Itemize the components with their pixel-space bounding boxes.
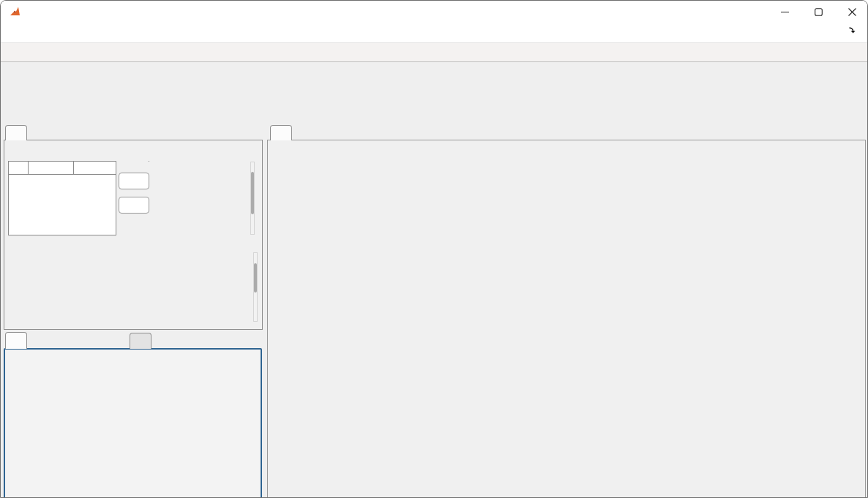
- main-area: [1, 62, 868, 498]
- poles-table[interactable]: [149, 161, 149, 162]
- move-left-button[interactable]: [119, 197, 149, 214]
- title-bar: [1, 1, 868, 23]
- stack-col-blank: [8, 161, 29, 175]
- menu-bar: [1, 23, 868, 42]
- move-right-button[interactable]: [119, 173, 149, 189]
- matlab-icon: [9, 5, 22, 18]
- iiplot-panel[interactable]: [267, 140, 866, 498]
- toolbar: [1, 42, 868, 62]
- idcom-properties-panel: [4, 140, 263, 330]
- tree-scrollbar[interactable]: [253, 252, 258, 322]
- maximize-button[interactable]: [801, 1, 835, 23]
- stack-table-body[interactable]: [8, 175, 116, 235]
- undock-arrow-icon[interactable]: [848, 26, 857, 35]
- stack-table[interactable]: [8, 161, 116, 235]
- tab-feplot-mdl[interactable]: [130, 333, 151, 349]
- poles-scrollbar[interactable]: [250, 162, 255, 235]
- stack-col-idalt: [29, 161, 74, 175]
- frf-chart[interactable]: [268, 140, 865, 498]
- tab-iiplot-test[interactable]: [270, 125, 292, 140]
- close-button[interactable]: [835, 1, 868, 23]
- tab-feplot-cax1[interactable]: [5, 332, 27, 349]
- tab-idcom-properties[interactable]: [5, 125, 27, 140]
- stack-col-empty: [74, 161, 116, 175]
- minimize-button[interactable]: [768, 1, 801, 23]
- feplot-viewer-panel[interactable]: [4, 348, 262, 498]
- application-window: { "window": { "title": "Id - feplot(3,'c…: [0, 0, 868, 498]
- mode-shape-wireframe[interactable]: [5, 350, 261, 498]
